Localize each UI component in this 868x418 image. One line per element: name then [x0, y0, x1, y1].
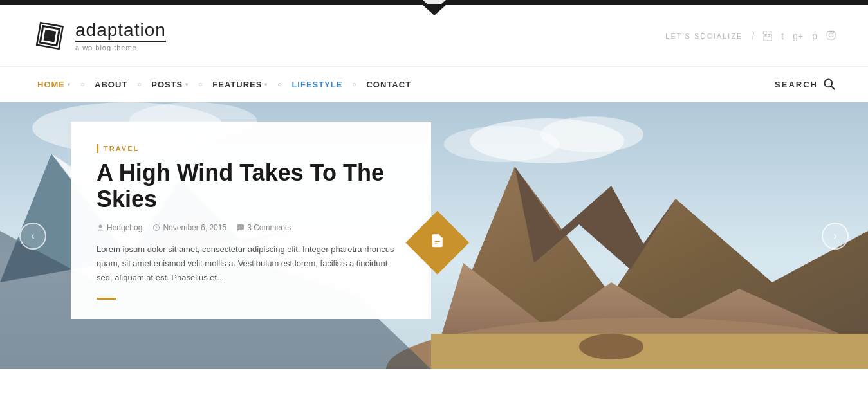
nav-item-contact[interactable]: CONTACT — [361, 67, 416, 102]
search-label: SEARCH — [775, 80, 818, 89]
search-icon — [823, 78, 836, 91]
nav-item-home[interactable]: HOME ▾ — [32, 67, 76, 102]
svg-point-7 — [825, 80, 833, 87]
hero-card: TRAVEL A High Wind Takes To The Skies He… — [71, 122, 431, 319]
card-excerpt: Lorem ipsum dolor sit amet, consectetur … — [97, 242, 405, 285]
nav-items: HOME ▾ ABOUT POSTS ▾ FEATURES ▾ LIFESTYL… — [32, 67, 775, 102]
slider-prev-button[interactable]: ‹ — [19, 223, 46, 250]
nav-item-about[interactable]: ABOUT — [89, 67, 133, 102]
svg-point-5 — [829, 33, 833, 37]
diamond-inner-icon — [430, 233, 445, 252]
site-tagline: a wp blog theme — [75, 41, 166, 51]
nav-dot-5 — [353, 83, 356, 86]
top-bar-arrow — [421, 4, 447, 15]
twitter-icon[interactable]: t — [781, 31, 784, 41]
googleplus-icon[interactable]: g+ — [793, 31, 803, 41]
nav-dot-3 — [199, 83, 202, 86]
nav-arrow-posts: ▾ — [185, 82, 189, 87]
social-divider: / — [752, 31, 754, 41]
card-category: TRAVEL — [97, 144, 405, 153]
nav-dot-2 — [138, 83, 141, 86]
nav-search[interactable]: SEARCH — [775, 78, 836, 91]
svg-rect-4 — [827, 31, 835, 39]
date-meta: November 6, 2015 — [152, 223, 226, 232]
svg-rect-22 — [431, 334, 868, 369]
nav-arrow-features: ▾ — [264, 82, 268, 87]
svg-point-12 — [444, 126, 560, 162]
pinterest-icon[interactable]: p — [812, 31, 817, 41]
author-icon — [97, 224, 104, 232]
comment-icon — [237, 224, 245, 232]
social-area: LET'S SOCIALIZE /  t g+ p — [665, 30, 836, 42]
clock-icon — [152, 224, 160, 232]
card-title: A High Wind Takes To The Skies — [97, 159, 405, 213]
nav-item-posts[interactable]: POSTS ▾ — [146, 67, 194, 102]
logo-area: adaptation a wp blog theme — [32, 18, 166, 53]
card-meta: Hedgehog November 6, 2015 3 Comments — [97, 223, 405, 232]
svg-rect-3 — [44, 30, 57, 42]
svg-line-8 — [831, 86, 835, 89]
navbar: HOME ▾ ABOUT POSTS ▾ FEATURES ▾ LIFESTYL… — [0, 67, 868, 102]
nav-dot-4 — [278, 83, 281, 86]
site-name: adaptation — [75, 20, 166, 41]
logo-text: adaptation a wp blog theme — [75, 20, 166, 51]
author-meta: Hedgehog — [97, 223, 142, 232]
nav-dot-1 — [81, 83, 84, 86]
slider-next-button[interactable]: › — [822, 223, 849, 250]
instagram-icon[interactable] — [826, 30, 836, 42]
nav-item-features[interactable]: FEATURES ▾ — [207, 67, 273, 102]
facebook-icon[interactable]:  — [763, 31, 772, 41]
nav-item-lifestyle[interactable]: LIFESTYLE — [286, 67, 347, 102]
svg-point-25 — [99, 224, 102, 228]
svg-point-6 — [833, 32, 833, 33]
nav-arrow-home: ▾ — [68, 82, 71, 87]
social-label: LET'S SOCIALIZE — [665, 32, 743, 40]
card-line — [97, 298, 116, 300]
hero-section: TRAVEL A High Wind Takes To The Skies He… — [0, 102, 868, 369]
svg-point-24 — [579, 334, 643, 359]
logo-icon — [32, 18, 68, 53]
comments-meta: 3 Comments — [237, 223, 291, 232]
